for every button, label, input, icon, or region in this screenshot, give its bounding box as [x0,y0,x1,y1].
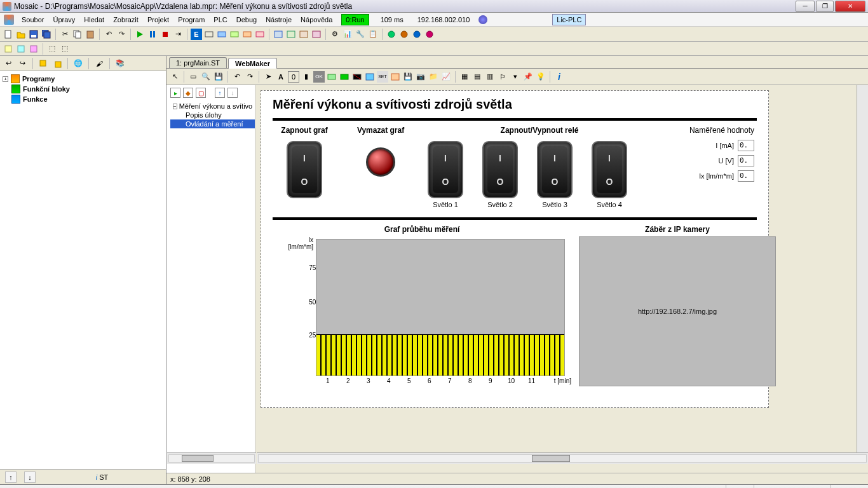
switch-svetlo4[interactable]: IO [592,141,627,198]
wm-text-icon[interactable]: A [275,71,287,83]
tb-pause-icon[interactable] [147,29,158,40]
wm-chart-icon[interactable]: 📈 [440,71,452,83]
lp-copy2-icon[interactable] [51,58,63,69]
design-canvas[interactable]: Měření výkonu a svítivosti zdrojů světla… [261,90,769,408]
tb-undo-icon[interactable]: ↶ [103,29,114,40]
tb2-a-icon[interactable] [3,43,14,55]
menu-plc[interactable]: PLC [210,15,231,25]
wm-img-icon[interactable] [364,71,376,83]
lp-up-button[interactable]: ↑ [5,471,17,483]
menu-projekt[interactable]: Projekt [144,15,173,25]
tb-open-icon[interactable] [15,29,27,40]
wm-btn3-icon[interactable] [351,71,363,83]
tb-saveall-icon[interactable] [41,29,52,40]
switch-svetlo3[interactable]: IO [537,141,573,198]
lp-back-icon[interactable]: ↩ [3,58,14,69]
canvas-hscroll[interactable] [257,452,868,464]
menu-program[interactable]: Program [174,15,208,25]
wm-redo-icon[interactable]: ↷ [244,71,255,83]
tb-tool1-icon[interactable]: ⚙ [329,29,341,40]
tb-m2-icon[interactable] [398,29,410,40]
wm-img2-icon[interactable] [390,71,401,83]
gear-icon[interactable] [478,15,487,24]
switch-graf[interactable]: IO [287,141,322,198]
tree-item-programy[interactable]: + Programy [3,74,163,84]
tb-step-icon[interactable]: ⇥ [172,29,184,40]
vertical-scrollbar[interactable] [857,85,868,461]
wm-undo-icon[interactable]: ↶ [231,71,243,83]
menu-soubor[interactable]: Soubor [18,15,48,25]
wm-bulb-icon[interactable]: 💡 [535,71,546,83]
wm-g3-icon[interactable]: ▥ [484,71,496,83]
nav-ovladani[interactable]: Ovládání a měření [170,119,255,128]
wm-pointer-icon[interactable]: ➤ [262,71,274,83]
switch-svetlo1[interactable]: IO [428,141,463,198]
tb-paste-icon[interactable] [85,29,96,40]
page-tree[interactable]: − Měření výkonu a svítivo Popis úlohy Ov… [166,102,255,128]
tb-copy-icon[interactable] [72,29,83,40]
nav-add-icon[interactable]: ▸ [170,88,180,98]
lp-fwd-icon[interactable]: ↪ [17,58,28,69]
wm-box-icon[interactable]: ▭ [187,71,199,83]
design-canvas-scroll[interactable]: Měření výkonu a svítivosti zdrojů světla… [255,85,868,473]
wm-dd-icon[interactable]: ▾ [510,71,521,83]
wm-info-icon[interactable]: i [553,71,565,83]
led-button-clear[interactable] [366,147,395,177]
menu-napoveda[interactable]: Nápověda [297,15,336,25]
nav-del-icon[interactable]: ▢ [196,88,206,98]
tb-tool4-icon[interactable]: 📋 [367,29,379,40]
tb-box3-icon[interactable] [229,29,240,40]
lp-brush-icon[interactable]: 🖌 [93,58,105,69]
tb-m1-icon[interactable] [386,29,397,40]
tb-box5-icon[interactable] [254,29,266,40]
lp-copy-icon[interactable] [37,58,49,69]
wm-bar-icon[interactable]: ▮ [301,71,312,83]
tb-m3-icon[interactable] [411,29,423,40]
nav-popis[interactable]: Popis úlohy [170,111,255,119]
tab-webmaker[interactable]: WebMaker [228,58,277,69]
nav-hscroll[interactable] [167,452,256,464]
tb2-c-icon[interactable] [28,43,39,55]
tb-tool2-icon[interactable]: 📊 [342,29,353,40]
tb-redo-icon[interactable]: ↷ [116,29,127,40]
menu-hledat[interactable]: Hledat [80,15,108,25]
wm-disk-icon[interactable]: 💾 [402,71,414,83]
wm-btn2-icon[interactable] [339,71,350,83]
wm-btn1-icon[interactable] [326,71,337,83]
tb-new-icon[interactable] [3,29,14,40]
tb-save-icon[interactable] [28,29,39,40]
nav-root[interactable]: − Měření výkonu a svítivo [170,102,255,111]
lp-globe-icon[interactable]: 🌐 [72,58,84,69]
nav-up-icon[interactable]: ↑ [215,88,225,98]
menu-nastroje[interactable]: Nástroje [262,15,295,25]
wm-cam-icon[interactable]: 📷 [415,71,426,83]
wm-num-icon[interactable]: 0 [288,71,299,83]
tb-play-icon[interactable] [134,29,146,40]
tb2-d-icon[interactable]: ⬚ [46,43,58,55]
wm-g2-icon[interactable]: ▤ [471,71,483,83]
wm-cursor-icon[interactable]: ↖ [169,71,180,83]
tab-prgmain[interactable]: 1: prgMain.ST [169,57,227,68]
wm-fold-icon[interactable]: 📁 [428,71,439,83]
maximize-button[interactable]: ❐ [816,1,834,12]
switch-svetlo2[interactable]: IO [482,141,518,198]
wm-flag-icon[interactable]: 🏳 [497,71,508,83]
tb-box4-icon[interactable] [241,29,253,40]
lp-down-button[interactable]: ↓ [24,471,36,483]
tb2-e-icon[interactable]: ⬚ [59,43,71,55]
tb-cut-icon[interactable]: ✂ [59,29,71,40]
tb-stop-icon[interactable] [159,29,171,40]
tb-win4-icon[interactable] [311,29,322,40]
menu-upravy[interactable]: Úpravy [49,15,79,25]
nav-down-icon[interactable]: ↓ [227,88,238,98]
wm-set-icon[interactable]: SET [377,71,388,83]
wm-pin-icon[interactable]: 📌 [522,71,534,83]
close-button[interactable]: ✕ [835,1,865,12]
tb-box2-icon[interactable] [216,29,227,40]
wm-save-icon[interactable]: 💾 [213,71,224,83]
tb-box1-icon[interactable] [203,29,215,40]
wm-ok-icon[interactable]: OK [313,71,325,83]
project-tree[interactable]: + Programy Funkční bloky Funkce [0,71,166,469]
wm-g1-icon[interactable]: ▦ [459,71,470,83]
minimize-button[interactable]: ─ [796,1,815,12]
